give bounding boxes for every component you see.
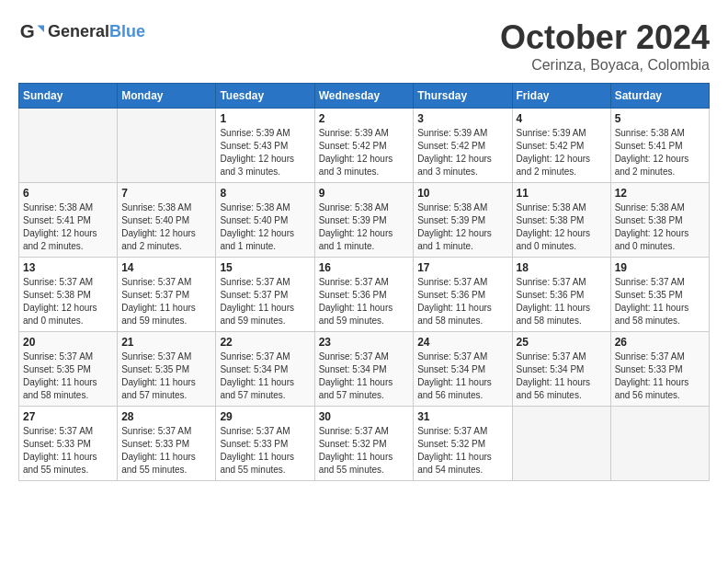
day-number: 6 [23,187,113,200]
day-number: 19 [615,261,705,274]
calendar-cell: 10Sunrise: 5:38 AM Sunset: 5:39 PM Dayli… [414,183,512,258]
day-info: Sunrise: 5:38 AM Sunset: 5:38 PM Dayligh… [517,201,607,253]
calendar-table: SundayMondayTuesdayWednesdayThursdayFrid… [18,83,710,481]
calendar-cell: 30Sunrise: 5:37 AM Sunset: 5:32 PM Dayli… [314,407,414,481]
calendar-cell: 28Sunrise: 5:37 AM Sunset: 5:33 PM Dayli… [118,407,216,481]
day-info: Sunrise: 5:37 AM Sunset: 5:35 PM Dayligh… [23,350,113,402]
day-number: 17 [417,261,507,274]
title-section: October 2024 Cerinza, Boyaca, Colombia [500,18,710,74]
calendar-cell: 17Sunrise: 5:37 AM Sunset: 5:36 PM Dayli… [414,258,512,332]
day-number: 18 [517,261,607,274]
day-info: Sunrise: 5:37 AM Sunset: 5:35 PM Dayligh… [121,350,211,402]
day-info: Sunrise: 5:37 AM Sunset: 5:36 PM Dayligh… [319,276,410,327]
day-info: Sunrise: 5:37 AM Sunset: 5:33 PM Dayligh… [615,350,705,402]
day-number: 25 [517,336,607,349]
day-info: Sunrise: 5:38 AM Sunset: 5:38 PM Dayligh… [615,201,705,253]
calendar-cell: 29Sunrise: 5:37 AM Sunset: 5:33 PM Dayli… [216,407,314,481]
calendar-cell: 7Sunrise: 5:38 AM Sunset: 5:40 PM Daylig… [118,183,216,258]
logo: G GeneralBlue [18,18,145,44]
day-info: Sunrise: 5:37 AM Sunset: 5:33 PM Dayligh… [220,425,310,477]
day-number: 20 [23,336,113,349]
day-of-week-header: Thursday [414,84,512,109]
logo-general-text: General [48,22,109,40]
calendar-cell [118,109,216,183]
calendar-cell: 19Sunrise: 5:37 AM Sunset: 5:35 PM Dayli… [610,258,709,332]
day-number: 4 [517,112,607,125]
page-title: October 2024 [500,18,710,57]
day-info: Sunrise: 5:38 AM Sunset: 5:40 PM Dayligh… [220,201,310,253]
calendar-cell: 24Sunrise: 5:37 AM Sunset: 5:34 PM Dayli… [414,332,512,407]
day-number: 2 [319,112,410,125]
day-number: 3 [417,112,507,125]
page-header: G GeneralBlue October 2024 Cerinza, Boya… [18,18,710,74]
day-of-week-header: Friday [512,84,610,109]
svg-text:G: G [20,20,35,41]
day-info: Sunrise: 5:37 AM Sunset: 5:32 PM Dayligh… [319,425,410,477]
calendar-cell: 22Sunrise: 5:37 AM Sunset: 5:34 PM Dayli… [216,332,314,407]
day-info: Sunrise: 5:39 AM Sunset: 5:42 PM Dayligh… [417,127,507,178]
day-number: 23 [319,336,410,349]
day-number: 11 [517,187,607,200]
calendar-cell: 5Sunrise: 5:38 AM Sunset: 5:41 PM Daylig… [610,109,709,183]
page-subtitle: Cerinza, Boyaca, Colombia [500,57,710,74]
svg-marker-1 [38,25,44,31]
calendar-header: SundayMondayTuesdayWednesdayThursdayFrid… [19,84,710,109]
calendar-week-row: 6Sunrise: 5:38 AM Sunset: 5:41 PM Daylig… [19,183,710,258]
day-number: 30 [319,410,410,423]
day-info: Sunrise: 5:37 AM Sunset: 5:33 PM Dayligh… [121,425,211,477]
day-info: Sunrise: 5:37 AM Sunset: 5:34 PM Dayligh… [220,350,310,402]
day-info: Sunrise: 5:38 AM Sunset: 5:40 PM Dayligh… [121,201,211,253]
day-of-week-header: Saturday [610,84,709,109]
day-of-week-header: Tuesday [216,84,314,109]
calendar-cell: 12Sunrise: 5:38 AM Sunset: 5:38 PM Dayli… [610,183,709,258]
day-info: Sunrise: 5:39 AM Sunset: 5:42 PM Dayligh… [319,127,410,178]
day-info: Sunrise: 5:38 AM Sunset: 5:41 PM Dayligh… [23,201,113,253]
calendar-cell: 16Sunrise: 5:37 AM Sunset: 5:36 PM Dayli… [314,258,414,332]
day-number: 13 [23,261,113,274]
day-info: Sunrise: 5:37 AM Sunset: 5:35 PM Dayligh… [615,276,705,327]
day-number: 15 [220,261,310,274]
calendar-cell: 31Sunrise: 5:37 AM Sunset: 5:32 PM Dayli… [414,407,512,481]
day-number: 14 [121,261,211,274]
day-info: Sunrise: 5:38 AM Sunset: 5:39 PM Dayligh… [319,201,410,253]
day-info: Sunrise: 5:37 AM Sunset: 5:37 PM Dayligh… [220,276,310,327]
day-number: 1 [220,112,310,125]
day-number: 8 [220,187,310,200]
calendar-cell: 21Sunrise: 5:37 AM Sunset: 5:35 PM Dayli… [118,332,216,407]
calendar-cell: 2Sunrise: 5:39 AM Sunset: 5:42 PM Daylig… [314,109,414,183]
day-info: Sunrise: 5:37 AM Sunset: 5:34 PM Dayligh… [319,350,410,402]
calendar-cell: 4Sunrise: 5:39 AM Sunset: 5:42 PM Daylig… [512,109,610,183]
day-number: 16 [319,261,410,274]
day-number: 24 [417,336,507,349]
calendar-cell: 3Sunrise: 5:39 AM Sunset: 5:42 PM Daylig… [414,109,512,183]
calendar-cell: 20Sunrise: 5:37 AM Sunset: 5:35 PM Dayli… [19,332,118,407]
day-number: 31 [417,410,507,423]
calendar-cell [512,407,610,481]
day-number: 22 [220,336,310,349]
calendar-cell: 26Sunrise: 5:37 AM Sunset: 5:33 PM Dayli… [610,332,709,407]
day-info: Sunrise: 5:37 AM Sunset: 5:36 PM Dayligh… [517,276,607,327]
calendar-cell: 15Sunrise: 5:37 AM Sunset: 5:37 PM Dayli… [216,258,314,332]
logo-icon: G [18,18,44,44]
day-number: 27 [23,410,113,423]
day-info: Sunrise: 5:37 AM Sunset: 5:32 PM Dayligh… [417,425,507,477]
day-number: 29 [220,410,310,423]
day-number: 26 [615,336,705,349]
calendar-cell: 23Sunrise: 5:37 AM Sunset: 5:34 PM Dayli… [314,332,414,407]
calendar-cell: 13Sunrise: 5:37 AM Sunset: 5:38 PM Dayli… [19,258,118,332]
logo-blue-text: Blue [109,22,145,40]
day-info: Sunrise: 5:37 AM Sunset: 5:33 PM Dayligh… [23,425,113,477]
calendar-week-row: 27Sunrise: 5:37 AM Sunset: 5:33 PM Dayli… [19,407,710,481]
day-number: 7 [121,187,211,200]
day-of-week-header: Sunday [19,84,118,109]
day-info: Sunrise: 5:37 AM Sunset: 5:36 PM Dayligh… [417,276,507,327]
day-info: Sunrise: 5:37 AM Sunset: 5:37 PM Dayligh… [121,276,211,327]
calendar-cell: 6Sunrise: 5:38 AM Sunset: 5:41 PM Daylig… [19,183,118,258]
day-number: 9 [319,187,410,200]
day-of-week-header: Monday [118,84,216,109]
calendar-cell [19,109,118,183]
day-of-week-header: Wednesday [314,84,414,109]
day-info: Sunrise: 5:37 AM Sunset: 5:34 PM Dayligh… [417,350,507,402]
calendar-cell: 14Sunrise: 5:37 AM Sunset: 5:37 PM Dayli… [118,258,216,332]
day-number: 28 [121,410,211,423]
